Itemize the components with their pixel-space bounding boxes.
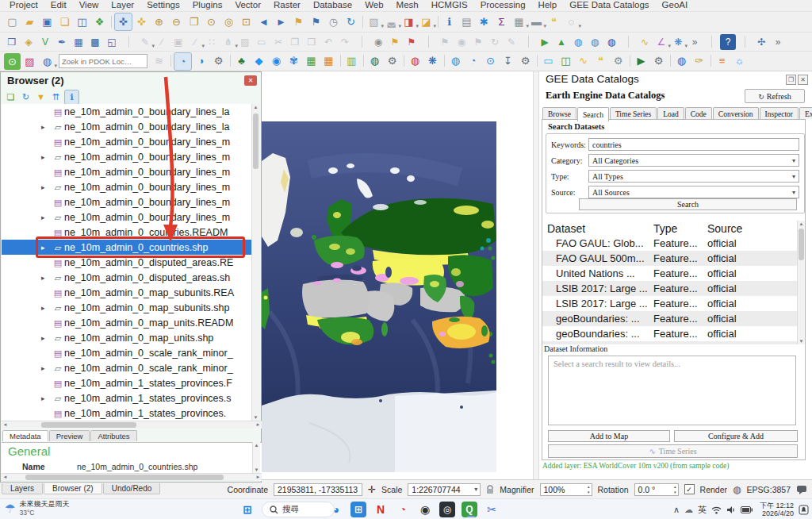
column-header[interactable]: Type [653,222,707,235]
scroll-down-icon[interactable]: ▼ [253,467,260,472]
menu-item[interactable]: Plugins [186,0,229,11]
add-basemap-globe-icon[interactable]: ◍ [570,34,586,50]
tree-item[interactable]: ne_10m_admin_1_states_provinces.F [2,375,254,390]
zoom-in-icon[interactable]: ⊕ [151,13,167,30]
deselect-features-icon[interactable]: ◨ [400,13,417,30]
dataset-information-box[interactable]: Select a search result to view details..… [548,356,796,425]
tree-item[interactable]: ne_10m_admin_0_boundary_lines_m [2,164,254,179]
pdok-disabled-icon[interactable]: ≋ [151,52,167,69]
dock-tab[interactable]: Undo/Redo [103,483,161,494]
gee-tab[interactable]: Load [657,107,684,119]
magnifier-spinbox[interactable]: 100% [540,483,592,496]
vertex-tool-icon[interactable]: ⋔ [220,34,236,50]
taskbar-m365-icon[interactable]: ◔ [393,500,412,519]
field-control[interactable]: All Types [588,170,799,183]
green-grid-icon[interactable]: ▦ [303,52,320,69]
current-edits-icon[interactable]: ✎ [137,34,153,50]
expander-icon[interactable] [41,364,52,372]
search-basemap-globe-icon[interactable]: ◍ [587,34,603,50]
panel-float-icon[interactable]: ❐ [786,75,796,85]
raster-tools-icon[interactable]: ▥ [343,52,360,69]
processing-options-icon[interactable]: ✱ [476,13,492,30]
plugin-settings-gear-icon[interactable]: ⚙ [210,52,227,69]
dataset-row[interactable]: FAO GAUL 500m...Feature...official [542,251,805,266]
tree-item[interactable]: ne_10m_admin_0_map_units.shp [2,330,254,345]
cut-features-icon[interactable]: ✂ [270,34,286,50]
pdok-locator-search-icon[interactable]: ⊙ [4,53,21,70]
zoom-to-selection-icon[interactable]: ⊙ [203,13,220,30]
wrench-icon[interactable]: ✑ [691,52,707,69]
metadata-tab[interactable]: Preview [49,430,90,441]
tree-item[interactable]: ne_10m_admin_0_boundary_lines_m [2,179,254,194]
earth-engine-globe-icon[interactable]: ◍ [407,52,423,69]
sun-settings-icon[interactable]: ☼ [731,52,748,69]
gee-tab[interactable]: Inspector [760,107,799,119]
field-control[interactable]: All Categories [588,154,799,167]
show-bookmarks-icon[interactable]: ⚑ [308,13,324,30]
scroll-up-icon[interactable]: ▲ [253,443,260,448]
metadata-tab[interactable]: Metadata [2,430,48,441]
comment-bubble-icon[interactable]: ❝ [592,52,609,69]
toggle-editing-icon[interactable]: ∕ [154,34,170,50]
download-data-icon[interactable]: ↧ [500,52,516,69]
menu-item[interactable]: Processing [474,0,532,11]
scroll-down-icon[interactable]: ▼ [252,415,259,420]
metadata-tab[interactable]: Attributes [90,430,136,441]
tree-item[interactable]: ne_10m_admin_0_disputed_areas.sh [2,270,254,285]
scale-lock-icon[interactable] [486,485,494,494]
ee-config-gear-icon[interactable]: ❋ [424,52,441,69]
statistical-summary-icon[interactable]: ▤ [458,13,475,30]
zoom-last-icon[interactable]: ◄ [255,13,272,30]
play-settings-gear-icon[interactable]: ⚙ [650,52,667,69]
tray-expand-icon[interactable]: ∧ [673,505,680,515]
menu-item[interactable]: Layer [105,0,140,11]
pie-globe-icon[interactable]: ◑ [193,52,209,69]
browser-properties-icon[interactable]: ℹ [64,90,79,105]
tree-item[interactable]: ne_10m_admin_0_scale_rank_minor_ [2,345,254,360]
configure-add-button[interactable]: Configure & Add [674,430,798,442]
select-features-icon[interactable]: ▧ [366,13,382,30]
scp-classification-icon[interactable]: ▲ [553,34,569,50]
tree-item[interactable]: ne_10m_admin_0_scale_rank_minor_ [2,360,254,375]
taskbar-clock[interactable]: 下午 12:12 2026/4/20 [760,502,794,517]
label-abc-icon[interactable]: ⚑ [404,34,419,50]
map-canvas[interactable] [262,71,533,479]
tree-item[interactable]: ne_10m_admin_0_disputed_areas.RE [2,255,254,270]
automation-gear-icon[interactable]: ⚙ [610,52,626,69]
select-by-value-icon[interactable]: ◪ [418,13,435,30]
add-delimited-text-icon[interactable]: ✒ [54,34,70,50]
dataset-row[interactable]: geoBoundaries: ...Feature...official [542,326,805,341]
globe-gear-icon[interactable]: ✾ [285,52,302,69]
web-tools-globe-icon[interactable]: ◍ [673,52,690,69]
taskbar-store-icon[interactable]: ⊞ [350,502,366,517]
legend-list-icon[interactable]: ≡ [714,52,730,69]
taskbar-snip-icon[interactable]: ✂ [482,500,501,519]
rotation-spinbox[interactable]: 0.0 ° [634,483,679,496]
identify-features-icon[interactable]: ℹ [441,13,458,30]
tree-item[interactable]: ne_10m_admin_0_map_units.READM [2,315,254,330]
add-mesh-layer-icon[interactable]: ▩ [87,34,103,50]
elevation-profile-icon[interactable]: ∠ [653,34,669,50]
ime-language-indicator[interactable]: 英 [698,504,707,516]
tree-item[interactable]: ne_10m_admin_1_states_provinces.s [2,390,254,406]
add-to-map-button[interactable]: Add to Map [548,430,670,442]
scroll-left-icon[interactable]: ◄ [2,421,9,429]
expander-icon[interactable] [41,304,52,312]
dock-splitter[interactable] [533,71,539,479]
zoom-to-layer-icon[interactable]: ◎ [220,13,237,30]
quickosm-icon[interactable]: ▨ [21,53,38,70]
scale-combo[interactable]: 1:226707744 [408,483,481,496]
gee-tab[interactable]: Export [799,107,812,119]
deepness-gear-icon[interactable]: ⚙ [384,52,400,69]
expander-icon[interactable] [41,244,52,252]
new-geopackage-icon[interactable]: ◈ [21,34,36,50]
quickmap-services-icon[interactable]: ▶ [537,34,553,50]
deepness-circle-icon[interactable]: ◍ [366,52,383,69]
temporal-controller-icon[interactable]: ◷ [325,13,342,30]
color-grid-icon[interactable]: ▦ [320,52,337,69]
scroll-left-icon[interactable]: ◄ [2,474,9,481]
menu-item[interactable]: View [73,0,105,11]
python-console-icon[interactable]: ∿ [637,34,653,50]
open-project-icon[interactable]: ▰ [21,13,38,30]
browser-horizontal-scrollbar[interactable]: ◄ ► [2,421,262,429]
